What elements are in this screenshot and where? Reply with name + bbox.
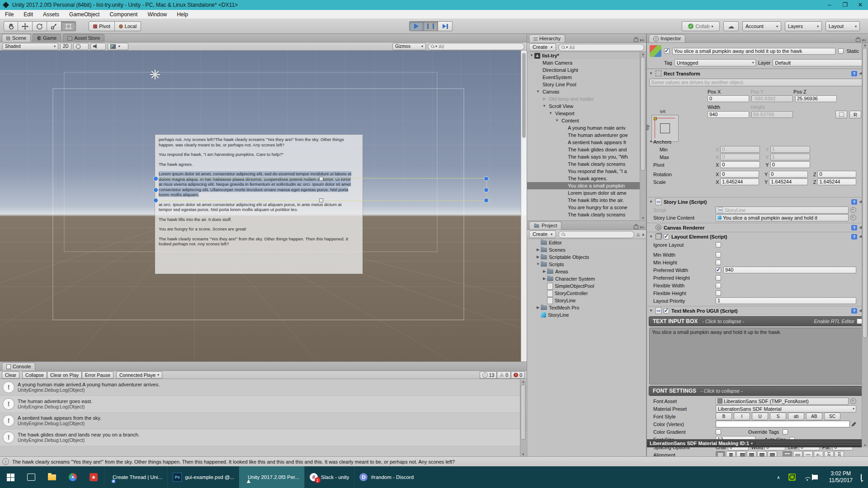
expand-arrow-icon[interactable]: ▼	[529, 52, 534, 59]
hierarchy-item[interactable]: ▼ Scroll View	[527, 103, 646, 110]
search-by-label-icon[interactable]: ⬧	[642, 232, 645, 237]
scene-effects-dropdown[interactable]: ▾	[108, 43, 128, 50]
scale-y-field[interactable]: 1.645244	[769, 178, 808, 185]
taskbar-app[interactable]: Create Thread | Uni...	[104, 466, 167, 488]
scene-lighting-toggle[interactable]	[73, 43, 89, 50]
close-button[interactable]: ✕	[853, 0, 868, 10]
font-style-button[interactable]: B	[716, 413, 732, 420]
hierarchy-item[interactable]: Story Line Pool	[527, 81, 646, 88]
console-log-entry[interactable]: ! A sentient hawk appears from the sky.U…	[0, 413, 527, 429]
text-input-box-header[interactable]: TEXT INPUT BOX - Click to collapse - Ena…	[649, 316, 866, 326]
project-item[interactable]: SimpleObjectPool	[527, 282, 646, 290]
console-warning-filter[interactable]: 0	[497, 371, 511, 379]
pos-x-field[interactable]: 0	[708, 95, 749, 102]
gameobject-name-field[interactable]: You slice a small pumpkin away and hold …	[672, 48, 835, 55]
pivot-toggle[interactable]: Pivot	[89, 21, 115, 31]
console-clear-button[interactable]: Clear	[2, 371, 19, 379]
layout-priority-field[interactable]: 1	[716, 297, 856, 304]
project-item[interactable]: Editor	[527, 239, 646, 246]
hierarchy-item[interactable]: Lorem ipsum dolor sit ame	[527, 189, 646, 197]
anchors-min-x-field[interactable]: 0	[720, 146, 760, 153]
preferred-height-checkbox[interactable]	[716, 275, 721, 281]
component-enabled-checkbox[interactable]	[664, 308, 669, 314]
expand-arrow-icon[interactable]: ▶	[542, 218, 547, 220]
expand-arrow-icon[interactable]: ▶	[535, 246, 541, 253]
minimize-button[interactable]: –	[822, 0, 837, 10]
raw-edit-mode-button[interactable]: R	[849, 111, 861, 118]
expand-arrow-icon[interactable]: ▼	[535, 88, 541, 95]
menu-item[interactable]: Edit	[19, 10, 38, 19]
hierarchy-item[interactable]: You slice a small pumpkin	[527, 182, 646, 189]
hierarchy-item[interactable]: Main Camera	[527, 59, 646, 66]
rotate-tool-button[interactable]	[33, 21, 47, 31]
taskbar-app[interactable]: Ps gui-example.psd @...	[167, 466, 239, 488]
hierarchy-item[interactable]: ▼ Canvas	[527, 88, 646, 95]
foldout-arrow-icon[interactable]: ▼	[649, 235, 653, 239]
material-preset-dropdown[interactable]: LiberationSans SDF Material	[716, 405, 856, 413]
font-style-button[interactable]: I	[734, 413, 750, 420]
shading-mode-dropdown[interactable]: Shaded▾	[2, 43, 58, 50]
min-width-checkbox[interactable]	[716, 252, 721, 258]
tag-dropdown[interactable]: Untagged	[675, 59, 756, 66]
expand-arrow-icon[interactable]: ▶	[542, 95, 547, 103]
project-item[interactable]: ▶ TextMesh Pro	[527, 304, 646, 311]
search-by-type-icon[interactable]: ◬	[637, 232, 640, 237]
wunderlist-button[interactable]: ★	[83, 466, 104, 488]
hierarchy-item[interactable]: The hawk clearly screams	[527, 160, 646, 168]
taskbar-clock[interactable]: 3:02 PM 11/5/2017	[829, 470, 853, 484]
panel-menu-icon[interactable]: ▾≡	[862, 38, 866, 42]
expand-arrow-icon[interactable]: ▶	[535, 304, 541, 311]
hierarchy-item[interactable]: The hawk agrees.	[527, 175, 646, 182]
object-picker-icon[interactable]	[850, 398, 856, 404]
rect-tool-button[interactable]	[61, 21, 76, 31]
taskbar-app[interactable]: D #random - Discord	[354, 466, 419, 488]
width-field[interactable]: 940	[708, 111, 749, 118]
step-button[interactable]	[438, 21, 453, 31]
project-item[interactable]: ▶ Areas	[527, 268, 646, 275]
console-log-entry[interactable]: ! The hawk glides down and lands near yo…	[0, 429, 527, 446]
rotation-y-field[interactable]: 0	[769, 171, 808, 178]
collab-button[interactable]: ✓Collab▾	[682, 21, 720, 31]
project-item[interactable]: ▶ Scriptable Objects	[527, 253, 646, 261]
tab-project[interactable]: Project	[529, 221, 561, 230]
expand-arrow-icon[interactable]: ▶	[542, 275, 547, 282]
console-log-entry[interactable]: ! A young human male arrived.A young hum…	[0, 379, 527, 396]
color-gradient-checkbox[interactable]	[716, 429, 721, 435]
local-toggle[interactable]: Local	[115, 21, 141, 31]
pos-y-field[interactable]: -580.8392	[751, 95, 793, 102]
material-inspector-bar[interactable]: LiberationSans SDF Material Masking ID:1…	[647, 439, 868, 447]
preferred-width-field[interactable]: 940	[723, 267, 856, 273]
chrome-button[interactable]	[62, 466, 83, 488]
hierarchy-scrollbar[interactable]: ▲▼	[640, 52, 646, 220]
status-bar[interactable]: ! The hawk clearly screams "Yes they are…	[0, 456, 868, 466]
hierarchy-item[interactable]: The hawk says to you, "Wh	[527, 153, 646, 160]
pause-button[interactable]	[424, 21, 438, 31]
pivot-x-field[interactable]: 0	[720, 161, 760, 168]
2d-toggle[interactable]: 2D	[60, 43, 71, 50]
project-item[interactable]: ▼ Scripts	[527, 261, 646, 268]
min-height-checkbox[interactable]	[716, 260, 721, 265]
anchors-max-y-field[interactable]: 1	[770, 154, 810, 160]
console-log-entry[interactable]: ! The human adventurer goes east.UnityEn…	[0, 396, 527, 413]
font-settings-header[interactable]: FONT SETTINGS - Click to collapse -	[649, 386, 866, 396]
hierarchy-create-button[interactable]: Create▾	[529, 43, 556, 51]
hierarchy-item[interactable]: EventSystem	[527, 74, 646, 81]
object-picker-icon[interactable]	[850, 207, 856, 213]
foldout-arrow-icon[interactable]: ▼	[649, 200, 653, 204]
scale-z-field[interactable]: 1.645244	[817, 178, 856, 185]
anchors-max-x-field[interactable]: 0	[720, 154, 760, 160]
menu-item[interactable]: File	[0, 10, 19, 19]
hierarchy-item[interactable]: ▼ list-try*	[527, 52, 646, 59]
help-book-icon[interactable]: ?	[851, 225, 857, 230]
move-tool-button[interactable]	[18, 21, 33, 31]
expand-arrow-icon[interactable]: ▼	[548, 110, 553, 117]
flexible-width-checkbox[interactable]	[716, 283, 721, 288]
expand-arrow-icon[interactable]: ▼	[542, 103, 547, 110]
cloud-button[interactable]: ☁	[723, 21, 739, 31]
project-search-input[interactable]	[558, 231, 634, 238]
story-line-content-field[interactable]: You slice a small pumpkin away and hold …	[716, 214, 849, 221]
account-dropdown[interactable]: Account▾	[742, 21, 781, 31]
tab-game[interactable]: Game	[33, 34, 61, 42]
title-bar[interactable]: Unity 2017.2.0f3 Personal (64bit) - list…	[0, 0, 868, 10]
panel-menu-icon[interactable]: ▾≡	[640, 38, 644, 42]
